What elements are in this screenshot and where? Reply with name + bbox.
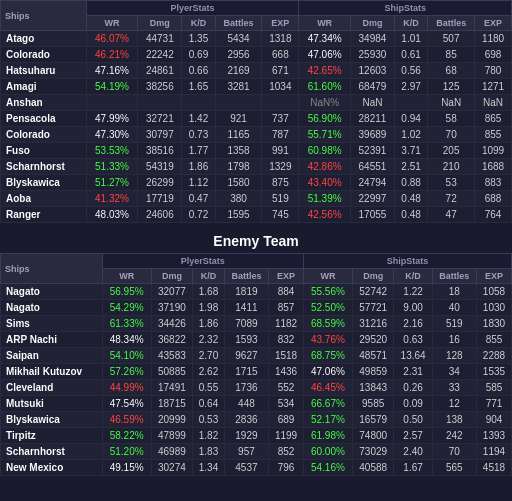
stat-cell: 796 bbox=[269, 460, 304, 476]
ship-name-cell: Scharnhorst bbox=[1, 444, 103, 460]
stat-cell: 47.54% bbox=[102, 396, 151, 412]
stat-cell bbox=[182, 95, 215, 111]
stat-cell: 5434 bbox=[215, 31, 262, 47]
stat-cell: 1182 bbox=[269, 316, 304, 332]
stat-cell: 61.33% bbox=[102, 316, 151, 332]
enemy-pexp-col: EXP bbox=[269, 269, 304, 284]
stat-cell: 55.71% bbox=[299, 127, 351, 143]
stat-cell: 1.82 bbox=[193, 428, 225, 444]
table-row: Saipan54.10%435832.709627151868.75%48571… bbox=[1, 348, 512, 364]
stat-cell: 0.73 bbox=[182, 127, 215, 143]
stat-cell: 56.90% bbox=[299, 111, 351, 127]
pbattles-col: Battles bbox=[215, 16, 262, 31]
stat-cell: 2.32 bbox=[193, 332, 225, 348]
stat-cell: 54.10% bbox=[102, 348, 151, 364]
enemy-pwr-col: WR bbox=[102, 269, 151, 284]
stat-cell: 61.98% bbox=[303, 428, 352, 444]
pwr-col: WR bbox=[86, 16, 138, 31]
stat-cell: 12 bbox=[432, 396, 476, 412]
stat-cell: 24861 bbox=[138, 63, 182, 79]
stat-cell: 904 bbox=[476, 412, 511, 428]
stat-cell: 1.12 bbox=[182, 175, 215, 191]
stat-cell: 1393 bbox=[476, 428, 511, 444]
stat-cell: 1034 bbox=[262, 79, 299, 95]
stat-cell: 1736 bbox=[224, 380, 268, 396]
stat-cell: 57721 bbox=[352, 300, 394, 316]
stat-cell: 40 bbox=[432, 300, 476, 316]
stat-cell: 1580 bbox=[215, 175, 262, 191]
enemy-ship-stats-header: ShipStats bbox=[303, 254, 511, 269]
stat-cell: 72 bbox=[428, 191, 475, 207]
ship-name-cell: ARP Nachi bbox=[1, 332, 103, 348]
table-row: Mutsuki47.54%187150.6444853466.67%95850.… bbox=[1, 396, 512, 412]
stat-cell: 0.66 bbox=[182, 63, 215, 79]
stat-cell: 1436 bbox=[269, 364, 304, 380]
stat-cell: 49859 bbox=[352, 364, 394, 380]
stat-cell: 31216 bbox=[352, 316, 394, 332]
table-row: Nagato54.29%371901.98141185752.50%577219… bbox=[1, 300, 512, 316]
enemy-ships-col-header: Ships bbox=[1, 254, 103, 284]
stat-cell: 52391 bbox=[350, 143, 394, 159]
stat-cell: 60.98% bbox=[299, 143, 351, 159]
stat-cell: 1.67 bbox=[394, 460, 432, 476]
stat-cell: 51.33% bbox=[86, 159, 138, 175]
table-row: Tirpitz58.22%478991.821929119961.98%7480… bbox=[1, 428, 512, 444]
stat-cell: 47.30% bbox=[86, 127, 138, 143]
stat-cell: 0.47 bbox=[182, 191, 215, 207]
stat-cell: 1411 bbox=[224, 300, 268, 316]
stat-cell: 565 bbox=[432, 460, 476, 476]
stat-cell: 0.50 bbox=[394, 412, 432, 428]
ship-name-cell: Atago bbox=[1, 31, 87, 47]
stat-cell: 2.31 bbox=[394, 364, 432, 380]
stat-cell: 0.88 bbox=[394, 175, 427, 191]
ship-name-cell: Amagi bbox=[1, 79, 87, 95]
stat-cell: 2169 bbox=[215, 63, 262, 79]
stat-cell: 46.45% bbox=[303, 380, 352, 396]
swr-col: WR bbox=[299, 16, 351, 31]
stat-cell: 745 bbox=[262, 207, 299, 223]
stat-cell: 30797 bbox=[138, 127, 182, 143]
table-row: AnshanNaN%NaNNaNNaN bbox=[1, 95, 512, 111]
enemy-pbattles-col: Battles bbox=[224, 269, 268, 284]
stat-cell: 689 bbox=[269, 412, 304, 428]
stat-cell: 855 bbox=[476, 332, 511, 348]
stat-cell: 18715 bbox=[151, 396, 193, 412]
stat-cell: 44.99% bbox=[102, 380, 151, 396]
stat-cell: 1.98 bbox=[193, 300, 225, 316]
stat-cell: 32077 bbox=[151, 284, 193, 300]
stat-cell: 24606 bbox=[138, 207, 182, 223]
ship-name-cell: Scharnhorst bbox=[1, 159, 87, 175]
stat-cell: 921 bbox=[215, 111, 262, 127]
stat-cell: 1688 bbox=[475, 159, 512, 175]
stat-cell: 1798 bbox=[215, 159, 262, 175]
stat-cell: 668 bbox=[262, 47, 299, 63]
stat-cell: 737 bbox=[262, 111, 299, 127]
stat-cell: 16579 bbox=[352, 412, 394, 428]
stat-cell: 54319 bbox=[138, 159, 182, 175]
stat-cell: NaN bbox=[475, 95, 512, 111]
stat-cell: 56.95% bbox=[102, 284, 151, 300]
stat-cell: 1518 bbox=[269, 348, 304, 364]
stat-cell: 57.26% bbox=[102, 364, 151, 380]
stat-cell: 875 bbox=[262, 175, 299, 191]
ship-name-cell: Blyskawica bbox=[1, 175, 87, 191]
stat-cell: 832 bbox=[269, 332, 304, 348]
stat-cell: 0.72 bbox=[182, 207, 215, 223]
stat-cell: 857 bbox=[269, 300, 304, 316]
table-row: ARP Nachi48.34%368222.32159383243.76%295… bbox=[1, 332, 512, 348]
stat-cell: 32721 bbox=[138, 111, 182, 127]
stat-cell: 991 bbox=[262, 143, 299, 159]
stat-cell: 1.77 bbox=[182, 143, 215, 159]
stat-cell: 1271 bbox=[475, 79, 512, 95]
stat-cell: 47.06% bbox=[299, 47, 351, 63]
stat-cell: 0.63 bbox=[394, 332, 432, 348]
stat-cell: 58 bbox=[428, 111, 475, 127]
ship-name-cell: Ranger bbox=[1, 207, 87, 223]
stat-cell: 2.16 bbox=[394, 316, 432, 332]
ship-name-cell: Aoba bbox=[1, 191, 87, 207]
stat-cell: 66.67% bbox=[303, 396, 352, 412]
stat-cell: 13843 bbox=[352, 380, 394, 396]
stat-cell: 0.69 bbox=[182, 47, 215, 63]
stat-cell: 73029 bbox=[352, 444, 394, 460]
stat-cell: 34984 bbox=[350, 31, 394, 47]
